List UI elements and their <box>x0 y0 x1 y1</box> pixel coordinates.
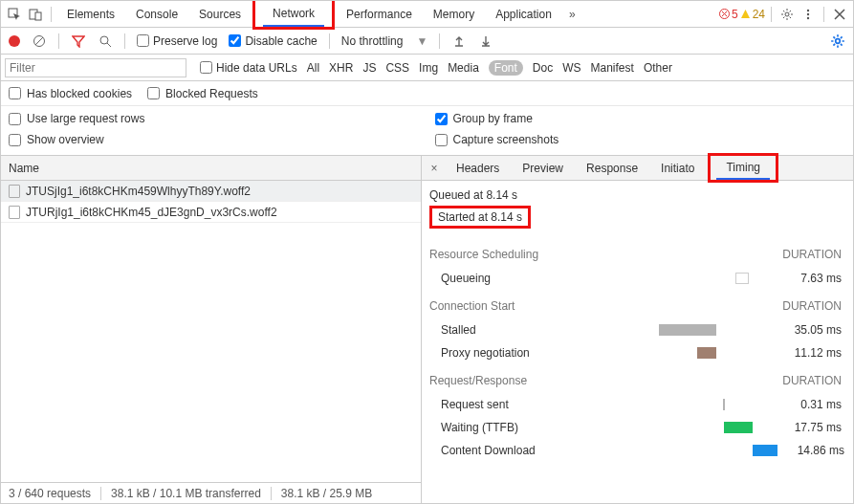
type-doc[interactable]: Doc <box>533 61 553 75</box>
large-request-rows-checkbox[interactable]: Use large request rows <box>9 112 420 125</box>
svg-point-6 <box>807 12 809 14</box>
queued-at-text: Queued at 8.14 s <box>429 188 842 202</box>
search-icon[interactable] <box>98 33 113 49</box>
settings-gear-icon[interactable] <box>777 5 797 24</box>
type-xhr[interactable]: XHR <box>329 61 353 75</box>
timing-label: Queueing <box>429 272 573 285</box>
type-all[interactable]: All <box>307 61 319 75</box>
highlight-timing: Timing <box>708 153 778 183</box>
status-resources: 38.1 kB / 25.9 MB <box>281 487 372 500</box>
inspect-icon[interactable] <box>5 5 24 24</box>
request-name: JTURjIg1_i6t8kCHKm45_dJE3gnD_vx3rCs.woff… <box>26 206 277 219</box>
record-button[interactable] <box>9 35 20 47</box>
group-by-frame-checkbox[interactable]: Group by frame <box>435 112 846 125</box>
timing-label: Proxy negotiation <box>429 346 573 360</box>
download-icon[interactable] <box>478 33 493 49</box>
type-font[interactable]: Font <box>489 60 523 76</box>
tab-console[interactable]: Console <box>126 1 187 27</box>
detail-tab-preview[interactable]: Preview <box>513 156 573 180</box>
timing-bar <box>659 324 716 336</box>
disable-cache-checkbox[interactable]: Disable cache <box>229 34 317 48</box>
preserve-log-checkbox[interactable]: Preserve log <box>137 34 217 48</box>
tab-performance[interactable]: Performance <box>337 1 422 27</box>
tab-sources[interactable]: Sources <box>189 1 251 27</box>
type-media[interactable]: Media <box>448 61 479 75</box>
file-icon <box>9 185 20 198</box>
timing-value: 17.75 ms <box>775 421 842 434</box>
status-requests: 3 / 640 requests <box>9 487 101 500</box>
warning-badge[interactable]: 24 <box>740 8 765 21</box>
timing-bar <box>724 422 753 433</box>
request-name: JTUSjIg1_i6t8kCHKm459WlhyyTh89Y.woff2 <box>26 185 251 198</box>
show-overview-checkbox[interactable]: Show overview <box>9 133 420 146</box>
timing-bar <box>753 445 777 456</box>
type-ws[interactable]: WS <box>562 61 580 75</box>
highlight-started: Started at 8.14 s <box>429 206 531 229</box>
blocked-requests-checkbox[interactable]: Blocked Requests <box>147 87 258 100</box>
detail-tab-initiator[interactable]: Initiato <box>651 156 704 180</box>
error-badge[interactable]: 5 <box>719 8 738 21</box>
kebab-menu-icon[interactable] <box>799 5 818 24</box>
status-bar: 3 / 640 requests 38.1 kB / 10.1 MB trans… <box>1 482 421 503</box>
section-title: Resource Scheduling <box>429 248 538 261</box>
throttling-select[interactable]: No throttling▼ <box>341 34 428 48</box>
type-css[interactable]: CSS <box>385 61 409 75</box>
type-other[interactable]: Other <box>644 61 672 75</box>
timing-row: Stalled35.05 ms <box>429 318 842 341</box>
more-tabs-icon[interactable]: » <box>563 8 581 21</box>
timing-value: 0.31 ms <box>775 398 842 411</box>
tab-application[interactable]: Application <box>486 1 561 27</box>
hide-data-urls-checkbox[interactable]: Hide data URLs <box>200 61 297 75</box>
file-icon <box>9 206 20 219</box>
timing-row: Waiting (TTFB)17.75 ms <box>429 416 842 439</box>
highlight-network: Network <box>252 0 335 30</box>
timing-row: Content Download14.86 ms <box>429 439 842 462</box>
capture-screenshots-checkbox[interactable]: Capture screenshots <box>435 133 846 146</box>
request-list: JTUSjIg1_i6t8kCHKm459WlhyyTh89Y.woff2 JT… <box>1 181 421 482</box>
timing-bar <box>723 399 725 410</box>
filter-icon[interactable] <box>71 33 86 49</box>
status-transferred: 38.1 kB / 10.1 MB transferred <box>111 487 272 500</box>
has-blocked-cookies-checkbox[interactable]: Has blocked cookies <box>9 87 132 100</box>
upload-icon[interactable] <box>451 33 467 49</box>
svg-point-9 <box>100 36 108 44</box>
timing-value: 14.86 ms <box>777 444 844 457</box>
type-img[interactable]: Img <box>419 61 438 75</box>
svg-point-7 <box>807 16 809 18</box>
device-icon[interactable] <box>26 5 45 24</box>
filter-input[interactable] <box>5 58 186 77</box>
tab-network[interactable]: Network <box>263 1 324 27</box>
started-at-text: Started at 8.14 s <box>438 210 522 224</box>
timing-row: Proxy negotiation11.12 ms <box>429 341 842 364</box>
type-js[interactable]: JS <box>362 61 376 75</box>
detail-tab-timing[interactable]: Timing <box>716 156 770 180</box>
svg-point-10 <box>836 38 841 43</box>
timing-bar <box>735 273 749 284</box>
table-row[interactable]: JTURjIg1_i6t8kCHKm45_dJE3gnD_vx3rCs.woff… <box>1 202 421 223</box>
table-row[interactable]: JTUSjIg1_i6t8kCHKm459WlhyyTh89Y.woff2 <box>1 181 421 202</box>
svg-point-5 <box>807 9 809 11</box>
close-devtools-icon[interactable] <box>830 5 849 24</box>
column-header-name[interactable]: Name <box>1 156 421 181</box>
detail-tab-headers[interactable]: Headers <box>447 156 509 180</box>
network-settings-gear-icon[interactable] <box>830 33 845 49</box>
timing-value: 11.12 ms <box>775 346 842 360</box>
type-manifest[interactable]: Manifest <box>591 61 634 75</box>
timing-row: Queueing7.63 ms <box>429 267 842 290</box>
clear-icon[interactable] <box>32 33 47 49</box>
timing-label: Content Download <box>429 444 573 457</box>
close-detail-icon[interactable]: × <box>426 162 443 175</box>
detail-tab-response[interactable]: Response <box>577 156 647 180</box>
tab-elements[interactable]: Elements <box>57 1 124 27</box>
svg-point-4 <box>785 12 789 16</box>
timing-value: 7.63 ms <box>775 272 842 285</box>
timing-row: Request sent0.31 ms <box>429 393 842 416</box>
duration-label: DURATION <box>782 248 842 261</box>
duration-label: DURATION <box>782 299 842 313</box>
type-filter-group: All XHR JS CSS Img Media Font Doc WS Man… <box>307 60 672 76</box>
tab-memory[interactable]: Memory <box>424 1 484 27</box>
duration-label: DURATION <box>782 374 842 387</box>
section-title: Connection Start <box>429 299 515 313</box>
svg-rect-2 <box>35 12 41 20</box>
timing-label: Waiting (TTFB) <box>429 421 573 434</box>
